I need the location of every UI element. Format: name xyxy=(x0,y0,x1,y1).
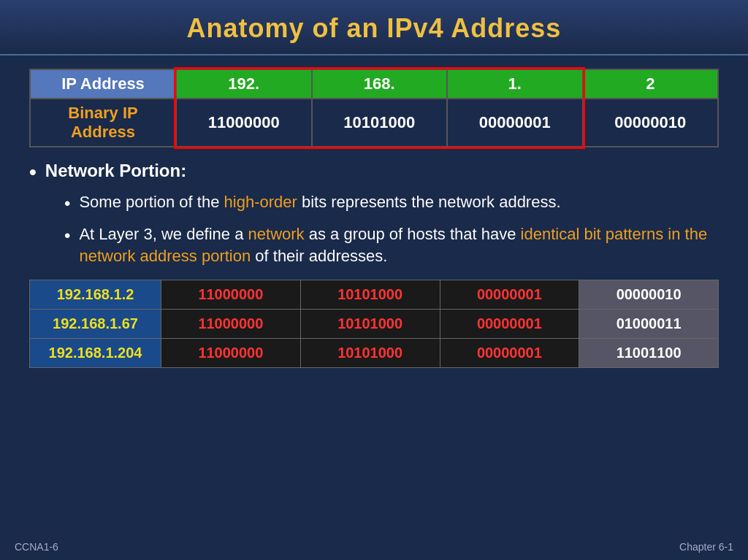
ip-table-container: IP Address 192. 168. 1. 2 Binary IP Addr… xyxy=(29,69,719,147)
sub-bullet-1-text: Some portion of the high-order bits repr… xyxy=(79,191,560,214)
compare-binary-red-cell: 00000001 xyxy=(440,280,579,310)
compare-binary-red-cell: 10101000 xyxy=(300,280,440,310)
compare-ip-cell: 192.168.1.204 xyxy=(30,339,161,368)
compare-binary-red-cell: 11000000 xyxy=(161,339,301,368)
binary-value-2: 10101000 xyxy=(312,99,448,147)
compare-row: 192.168.1.211000000101010000000000100000… xyxy=(30,280,719,310)
sub-bullet-2-text: At Layer 3, we define a network as a gro… xyxy=(79,223,719,269)
binary-value-1: 11000000 xyxy=(176,99,312,147)
compare-ip-cell: 192.168.1.2 xyxy=(30,280,161,310)
title-area: Anatomy of an IPv4 Address xyxy=(0,0,748,55)
binary-value-3: 00000001 xyxy=(447,99,583,147)
identical-highlight: identical bit patterns in the network ad… xyxy=(79,225,707,266)
sub-bullet-2: At Layer 3, we define a network as a gro… xyxy=(64,223,719,269)
page-title: Anatomy of an IPv4 Address xyxy=(15,13,733,44)
ip-value-3: 1. xyxy=(447,69,583,99)
main-bullet-text: Network Portion: xyxy=(45,161,186,181)
ip-address-table: IP Address 192. 168. 1. 2 Binary IP Addr… xyxy=(29,69,719,147)
bullet-section: Network Portion: Some portion of the hig… xyxy=(29,161,719,268)
compare-ip-cell: 192.168.1.67 xyxy=(30,310,161,339)
content-area: IP Address 192. 168. 1. 2 Binary IP Addr… xyxy=(0,55,748,375)
binary-ip-row: Binary IP Address 11000000 10101000 0000… xyxy=(30,99,718,147)
network-highlight: network xyxy=(248,225,305,243)
compare-row: 192.168.1.671100000010101000000000010100… xyxy=(30,310,719,339)
ip-value-1: 192. xyxy=(176,69,312,99)
high-order-highlight: high-order xyxy=(224,193,297,211)
compare-binary-red-cell: 10101000 xyxy=(300,310,440,339)
compare-table-container: 192.168.1.211000000101010000000000100000… xyxy=(29,280,719,368)
compare-binary-gray-cell: 11001100 xyxy=(579,339,719,368)
compare-binary-red-cell: 11000000 xyxy=(161,310,301,339)
footer-right: Chapter 6-1 xyxy=(679,541,733,553)
compare-binary-gray-cell: 01000011 xyxy=(579,310,719,339)
main-bullet: Network Portion: xyxy=(29,161,719,184)
sub-bullet-1: Some portion of the high-order bits repr… xyxy=(64,191,719,216)
footer: CCNA1-6 Chapter 6-1 xyxy=(15,541,733,553)
compare-binary-red-cell: 10101000 xyxy=(300,339,440,368)
compare-binary-red-cell: 00000001 xyxy=(440,339,579,368)
compare-binary-gray-cell: 00000010 xyxy=(579,280,719,310)
ip-value-2: 168. xyxy=(312,69,448,99)
sub-bullets: Some portion of the high-order bits repr… xyxy=(64,191,719,268)
compare-binary-red-cell: 11000000 xyxy=(161,280,301,310)
ip-address-row: IP Address 192. 168. 1. 2 xyxy=(30,69,718,99)
compare-binary-red-cell: 00000001 xyxy=(440,310,579,339)
compare-table: 192.168.1.211000000101010000000000100000… xyxy=(29,280,719,368)
ip-value-4: 2 xyxy=(583,69,719,99)
binary-ip-label: Binary IP Address xyxy=(30,99,176,147)
compare-row: 192.168.1.204110000001010100000000001110… xyxy=(30,339,719,368)
binary-value-4: 00000010 xyxy=(583,99,719,147)
footer-left: CCNA1-6 xyxy=(15,541,58,553)
ip-label: IP Address xyxy=(30,69,176,99)
